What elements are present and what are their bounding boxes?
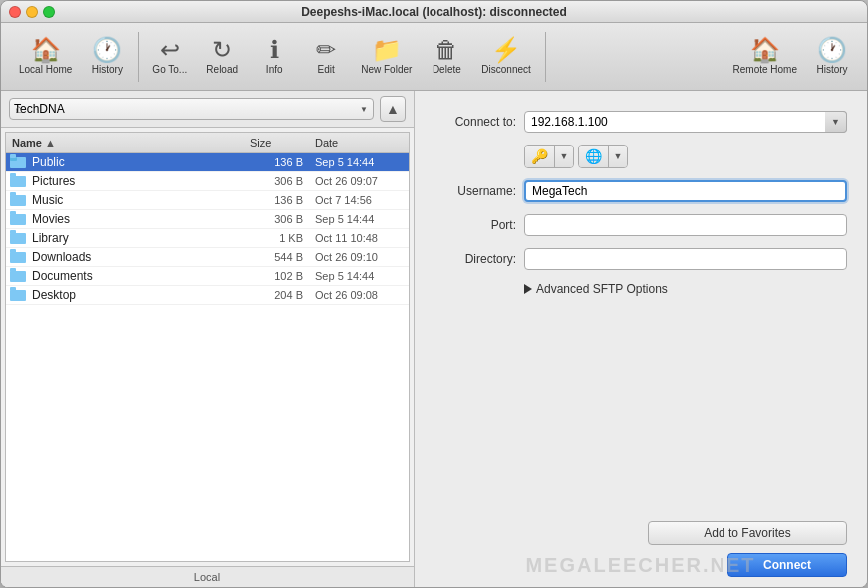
column-date[interactable]: Date: [309, 135, 409, 150]
file-row[interactable]: Desktop 204 B Oct 26 09:08: [6, 286, 409, 305]
edit-button[interactable]: ✏ Edit: [301, 34, 351, 79]
folder-icon: [10, 230, 28, 246]
disconnect-label: Disconnect: [481, 64, 530, 75]
remote-home-button[interactable]: 🏠 Remote Home: [725, 34, 805, 79]
file-row[interactable]: Downloads 544 B Oct 26 09:10: [6, 248, 409, 267]
folder-icon: [10, 287, 28, 303]
history-left-button[interactable]: 🕐 History: [82, 34, 132, 79]
file-name: Documents: [28, 268, 244, 284]
folder-icon: [10, 211, 28, 227]
directory-row: Directory:: [434, 248, 847, 270]
username-input[interactable]: [524, 180, 847, 202]
column-size[interactable]: Size: [244, 135, 309, 150]
port-input[interactable]: [524, 214, 847, 236]
svg-rect-6: [10, 192, 16, 196]
connect-to-field: ▼: [524, 111, 847, 133]
up-button[interactable]: ▲: [380, 96, 406, 122]
minimize-button[interactable]: [26, 6, 38, 18]
info-label: Info: [266, 64, 283, 75]
directory-label: Directory:: [434, 252, 524, 266]
svg-rect-11: [10, 252, 26, 263]
file-date: Oct 26 09:10: [309, 250, 409, 264]
close-button[interactable]: [9, 6, 21, 18]
column-name[interactable]: Name ▲: [6, 135, 244, 150]
edit-label: Edit: [318, 64, 335, 75]
remote-section: 🏠 Remote Home 🕐 History: [725, 34, 857, 79]
key-icon[interactable]: 🔑: [525, 146, 555, 167]
remote-home-icon: 🏠: [750, 38, 780, 62]
history-right-icon: 🕐: [817, 38, 847, 62]
port-field: [524, 214, 847, 236]
port-row: Port:: [434, 214, 847, 236]
auth-dropdown-button[interactable]: ▼: [555, 146, 573, 167]
file-name: Library: [28, 230, 244, 246]
history-left-icon: 🕐: [92, 38, 122, 62]
file-name: Downloads: [28, 249, 244, 265]
icon-row: 🔑 ▼ 🌐 ▼: [434, 145, 847, 168]
file-row[interactable]: Documents 102 B Sep 5 14:44: [6, 267, 409, 286]
traffic-lights: [9, 6, 55, 18]
watermark: MEGALEECHER.NET: [525, 554, 755, 577]
file-date: Oct 26 09:08: [309, 288, 409, 302]
path-select[interactable]: TechDNA: [9, 98, 374, 120]
folder-icon: [10, 268, 28, 284]
username-row: Username:: [434, 180, 847, 202]
file-name: Desktop: [28, 287, 244, 303]
file-size: 136 B: [244, 193, 309, 207]
folder-icon: [10, 192, 28, 208]
file-date: Oct 11 10:48: [309, 231, 409, 245]
svg-rect-5: [10, 195, 26, 206]
file-date: Sep 5 14:44: [309, 212, 409, 226]
info-button[interactable]: ℹ Info: [249, 34, 299, 79]
right-panel: Connect to: ▼ 🔑 ▼ 🌐 ▼ Username:: [415, 91, 867, 587]
file-row[interactable]: Library 1 KB Oct 11 10:48: [6, 229, 409, 248]
svg-rect-9: [10, 233, 26, 244]
reload-button[interactable]: ↻ Reload: [197, 34, 247, 79]
connect-to-row: Connect to: ▼: [434, 111, 847, 133]
file-name: Music: [28, 192, 244, 208]
username-label: Username:: [434, 184, 524, 198]
delete-button[interactable]: 🗑 Delete: [422, 34, 471, 79]
local-home-label: Local Home: [19, 64, 72, 75]
local-home-button[interactable]: 🏠 Local Home: [11, 34, 80, 79]
history-right-label: History: [816, 64, 847, 75]
new-folder-button[interactable]: 📁 New Folder: [353, 34, 420, 79]
toolbar-separator-2: [545, 32, 546, 82]
file-row[interactable]: Public 136 B Sep 5 14:44: [6, 153, 409, 172]
file-size: 1 KB: [244, 231, 309, 245]
new-folder-icon: 📁: [372, 38, 402, 62]
directory-input[interactable]: [524, 248, 847, 270]
disconnect-button[interactable]: ⚡ Disconnect: [473, 34, 538, 79]
svg-rect-7: [10, 214, 26, 225]
titlebar: Deepeshs-iMac.local (localhost): disconn…: [1, 1, 867, 23]
left-footer: Local: [1, 566, 414, 587]
go-to-icon: ↩: [160, 38, 180, 62]
file-row[interactable]: Music 136 B Oct 7 14:56: [6, 191, 409, 210]
local-home-icon: 🏠: [31, 38, 61, 62]
port-label: Port:: [434, 218, 524, 232]
folder-icon: [10, 154, 28, 170]
delete-icon: 🗑: [434, 38, 458, 62]
advanced-sftp-row[interactable]: Advanced SFTP Options: [434, 282, 847, 296]
main-window: Deepeshs-iMac.local (localhost): disconn…: [0, 0, 868, 588]
maximize-button[interactable]: [43, 6, 55, 18]
history-left-label: History: [92, 64, 123, 75]
file-row[interactable]: Movies 306 B Sep 5 14:44: [6, 210, 409, 229]
file-size: 306 B: [244, 212, 309, 226]
globe-dropdown-button[interactable]: ▼: [609, 146, 627, 167]
history-right-button[interactable]: 🕐 History: [807, 34, 857, 79]
add-to-favorites-button[interactable]: Add to Favorites: [648, 521, 847, 545]
file-date: Sep 5 14:44: [309, 155, 409, 169]
go-to-button[interactable]: ↩ Go To...: [145, 34, 195, 79]
advanced-sftp-label: Advanced SFTP Options: [536, 282, 668, 296]
globe-icon-group: 🌐 ▼: [578, 145, 628, 168]
auth-icon-group: 🔑 ▼: [524, 145, 574, 168]
file-row[interactable]: Pictures 306 B Oct 26 09:07: [6, 172, 409, 191]
svg-rect-14: [10, 268, 16, 272]
file-name: Public: [28, 154, 244, 170]
connect-to-input[interactable]: [524, 111, 847, 133]
connect-to-dropdown-button[interactable]: ▼: [825, 111, 847, 133]
globe-icon[interactable]: 🌐: [579, 146, 609, 167]
file-size: 544 B: [244, 250, 309, 264]
svg-rect-4: [10, 173, 16, 177]
